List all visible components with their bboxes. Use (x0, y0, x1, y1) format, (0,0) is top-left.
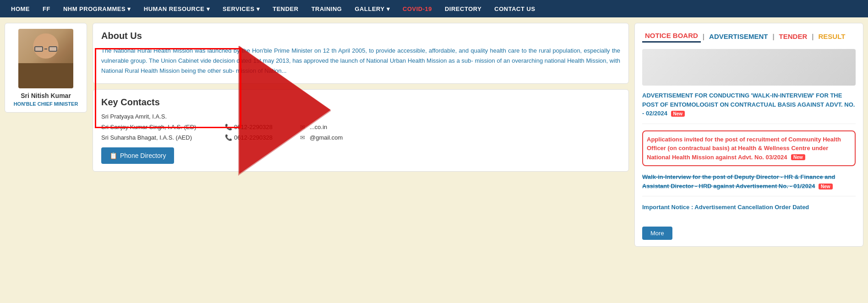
main-content: Sri Nitish Kumar HON'BLE CHIEF MINISTER … (0, 17, 868, 252)
phone-number-2: 0612-2290328 (234, 124, 273, 130)
contact-row-2: Sri Sanjay Kumar Singh, I.A.S. (ED) 📞 06… (101, 124, 620, 130)
profile-title: HON'BLE CHIEF MINISTER (11, 101, 81, 107)
phone-directory-button[interactable]: 📋 Phone Directory (101, 147, 174, 164)
notice-image (642, 49, 856, 86)
about-us-card: About Us The National Rural Health Missi… (93, 23, 629, 84)
nav-covid[interactable]: COVID-19 (396, 5, 438, 12)
nav-ff[interactable]: FF (36, 5, 57, 12)
notice-tabs: NOTICE BOARD | ADVERTISEMENT | TENDER | … (642, 30, 856, 43)
nav-directory[interactable]: DIRECTORY (438, 5, 488, 12)
nav-home[interactable]: HOME (5, 5, 36, 12)
notice-item-4: Important Notice : Advertisement Cancell… (642, 203, 856, 217)
key-contacts-card: Key Contacts Sri Pratyaya Amrit, I.A.S. … (93, 89, 629, 172)
profile-card: Sri Nitish Kumar HON'BLE CHIEF MINISTER (5, 23, 87, 113)
tab-divider-1: | (703, 32, 704, 40)
contact-email-3: @gmail.com (310, 134, 343, 141)
notice-item-3: Walk-in-Interview for the post of Deputy… (642, 173, 856, 196)
contact-name-3: Sri Suharsha Bhagat, I.A.S. (AED) (101, 134, 220, 141)
badge-new-1: New (671, 111, 685, 117)
phone-directory-icon: 📋 (109, 152, 117, 159)
key-contacts-title: Key Contacts (101, 97, 620, 108)
nav-contact[interactable]: CONTACT US (488, 5, 541, 12)
nav-training[interactable]: TRAINING (305, 5, 349, 12)
nav-nhm[interactable]: NHM PROGRAMMES ▾ (57, 5, 137, 12)
nav-human-resource[interactable]: HUMAN RESOURCE ▾ (137, 5, 216, 12)
contact-phone-2: 📞 0612-2290328 (225, 124, 294, 130)
contact-row-1: Sri Pratyaya Amrit, I.A.S. (101, 113, 620, 120)
badge-new-3: New (819, 184, 833, 189)
profile-image (18, 29, 73, 88)
nav-tender[interactable]: TENDER (266, 5, 305, 12)
navigation-bar: HOME FF NHM PROGRAMMES ▾ HUMAN RESOURCE … (0, 0, 868, 17)
tab-advertisement[interactable]: ADVERTISEMENT (706, 31, 770, 42)
about-us-text: The National Rural Health Mission was la… (101, 46, 620, 76)
badge-new-2: New (791, 154, 805, 160)
about-us-title: About Us (101, 31, 620, 41)
contact-phone-3: 📞 0612-2290328 (225, 134, 294, 141)
notice-link-4[interactable]: Important Notice : Advertisement Cancell… (642, 204, 809, 211)
nav-gallery[interactable]: GALLERY ▾ (349, 5, 397, 12)
contact-name-1: Sri Pratyaya Amrit, I.A.S. (101, 113, 220, 120)
left-column: Sri Nitish Kumar HON'BLE CHIEF MINISTER (5, 23, 87, 247)
right-column: NOTICE BOARD | ADVERTISEMENT | TENDER | … (634, 23, 863, 247)
nav-services[interactable]: SERVICES ▾ (216, 5, 266, 12)
tab-divider-2: | (772, 32, 774, 40)
tab-tender[interactable]: TENDER (776, 31, 810, 42)
notice-link-2[interactable]: Applications invited for the post of rec… (647, 136, 841, 161)
tab-divider-3: | (812, 32, 813, 40)
contact-row-3: Sri Suharsha Bhagat, I.A.S. (AED) 📞 0612… (101, 134, 620, 141)
profile-name: Sri Nitish Kumar (11, 92, 81, 99)
email-icon-2: ✉ (300, 124, 305, 130)
notice-link-3[interactable]: Walk-in-Interview for the post of Deputy… (642, 173, 835, 189)
contact-email-2: ...co.in (310, 124, 327, 130)
email-icon-3: ✉ (300, 134, 305, 141)
tab-result[interactable]: RESULT (815, 31, 848, 42)
contact-name-2: Sri Sanjay Kumar Singh, I.A.S. (ED) (101, 124, 220, 130)
more-button[interactable]: More (642, 227, 672, 240)
phone-number-3: 0612-2290328 (234, 134, 273, 141)
notice-item-2-highlighted: Applications invited for the post of rec… (642, 130, 856, 167)
notice-board-card: NOTICE BOARD | ADVERTISEMENT | TENDER | … (634, 23, 863, 247)
tab-notice-board[interactable]: NOTICE BOARD (642, 30, 701, 43)
phone-icon-2: 📞 (225, 124, 232, 130)
phone-directory-label: Phone Directory (120, 152, 166, 159)
middle-column: About Us The National Rural Health Missi… (93, 23, 629, 247)
notice-item-1: ADVERTISEMENT FOR CONDUCTING 'WALK-IN-IN… (642, 91, 856, 124)
phone-icon-3: 📞 (225, 134, 232, 141)
